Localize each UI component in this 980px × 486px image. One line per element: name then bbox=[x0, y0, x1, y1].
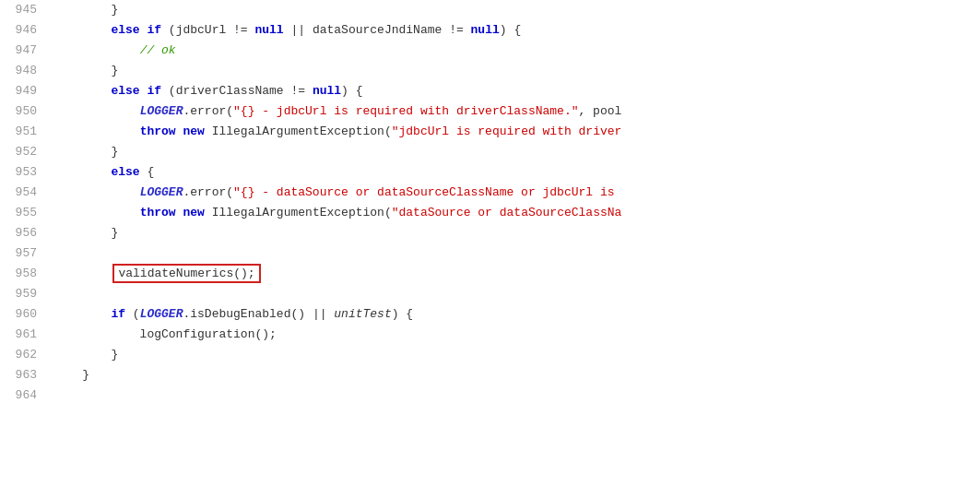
code-row: 946 else if (jdbcUrl != null || dataSour… bbox=[0, 20, 980, 41]
code-row: 950 LOGGER.error("{} - jdbcUrl is requir… bbox=[0, 101, 980, 122]
code-content: throw new IllegalArgumentException("jdbc… bbox=[48, 122, 980, 142]
code-content: validateNumerics(); bbox=[48, 264, 980, 284]
code-row: 962 } bbox=[0, 345, 980, 365]
line-number: 951 bbox=[0, 122, 48, 142]
code-row: 959 bbox=[0, 284, 980, 304]
line-number: 957 bbox=[0, 243, 48, 264]
code-content: } bbox=[48, 61, 980, 81]
line-number: 947 bbox=[0, 41, 48, 61]
code-row: 958 validateNumerics(); bbox=[0, 264, 980, 284]
line-number: 961 bbox=[0, 325, 48, 345]
code-content: } bbox=[48, 345, 980, 365]
code-editor: 945 }946 else if (jdbcUrl != null || dat… bbox=[0, 0, 980, 486]
line-number: 956 bbox=[0, 223, 48, 243]
line-number: 962 bbox=[0, 345, 48, 365]
code-row: 948 } bbox=[0, 61, 980, 81]
line-number: 946 bbox=[0, 20, 48, 41]
code-content: LOGGER.error("{} - jdbcUrl is required w… bbox=[48, 101, 980, 122]
code-row: 947 // ok bbox=[0, 41, 980, 61]
line-number: 945 bbox=[0, 0, 48, 20]
code-row: 951 throw new IllegalArgumentException("… bbox=[0, 122, 980, 142]
line-number: 963 bbox=[0, 365, 48, 385]
code-content: } bbox=[48, 0, 980, 20]
code-row: 957 bbox=[0, 243, 980, 264]
code-row: 963 } bbox=[0, 365, 980, 385]
line-number: 953 bbox=[0, 162, 48, 183]
line-number: 950 bbox=[0, 101, 48, 122]
line-number: 958 bbox=[0, 264, 48, 284]
code-lines-container: 945 }946 else if (jdbcUrl != null || dat… bbox=[0, 0, 980, 406]
code-content: else if (jdbcUrl != null || dataSourceJn… bbox=[48, 20, 980, 41]
code-content: } bbox=[48, 365, 980, 385]
line-number: 964 bbox=[0, 385, 48, 406]
line-number: 960 bbox=[0, 304, 48, 325]
code-row: 960 if (LOGGER.isDebugEnabled() || unitT… bbox=[0, 304, 980, 325]
code-content: LOGGER.error("{} - dataSource or dataSou… bbox=[48, 183, 980, 203]
code-content bbox=[48, 284, 980, 304]
code-row: 945 } bbox=[0, 0, 980, 20]
line-number: 955 bbox=[0, 203, 48, 223]
code-content: // ok bbox=[48, 41, 980, 61]
code-row: 954 LOGGER.error("{} - dataSource or dat… bbox=[0, 183, 980, 203]
code-content: else if (driverClassName != null) { bbox=[48, 81, 980, 101]
code-content bbox=[48, 243, 980, 264]
code-row: 955 throw new IllegalArgumentException("… bbox=[0, 203, 980, 223]
code-content: logConfiguration(); bbox=[48, 325, 980, 345]
line-number: 959 bbox=[0, 284, 48, 304]
line-number: 954 bbox=[0, 183, 48, 203]
line-number: 948 bbox=[0, 61, 48, 81]
code-content: } bbox=[48, 142, 980, 162]
code-row: 956 } bbox=[0, 223, 980, 243]
code-row: 964 bbox=[0, 385, 980, 406]
code-row: 949 else if (driverClassName != null) { bbox=[0, 81, 980, 101]
code-content: else { bbox=[48, 162, 980, 183]
code-row: 952 } bbox=[0, 142, 980, 162]
line-number: 952 bbox=[0, 142, 48, 162]
code-row: 953 else { bbox=[0, 162, 980, 183]
code-content bbox=[48, 385, 980, 406]
code-content: if (LOGGER.isDebugEnabled() || unitTest)… bbox=[48, 304, 980, 325]
code-content: throw new IllegalArgumentException("data… bbox=[48, 203, 980, 223]
code-row: 961 logConfiguration(); bbox=[0, 325, 980, 345]
code-content: } bbox=[48, 223, 980, 243]
line-number: 949 bbox=[0, 81, 48, 101]
